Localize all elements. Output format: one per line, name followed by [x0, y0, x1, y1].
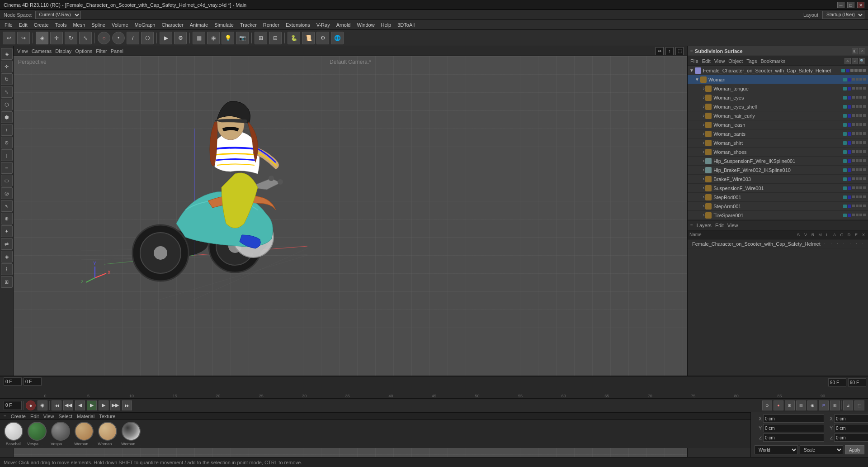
current-frame-input[interactable]	[4, 401, 22, 410]
live-select-button[interactable]: ◈	[36, 32, 48, 44]
obj-item[interactable]: › Woman_eyes	[688, 93, 868, 102]
nodespace-select[interactable]: Current (V-Ray)	[35, 11, 81, 19]
next-key-button[interactable]: ▶	[99, 400, 108, 410]
menu-animate[interactable]: Animate	[187, 21, 211, 29]
left-tool-align[interactable]: ≡	[1, 162, 13, 174]
obj-menu-object[interactable]: Object	[728, 58, 743, 64]
menu-volume[interactable]: Volume	[109, 21, 131, 29]
menu-arnold[interactable]: Arnold	[334, 21, 354, 29]
point-mode-button[interactable]: •	[112, 32, 125, 44]
obj-item[interactable]: › Hip_BrakeF_Wire002_IKSpline010	[688, 166, 868, 175]
left-tool-rotate[interactable]: ↻	[1, 73, 13, 85]
material-woman1[interactable]: Woman_...	[74, 422, 94, 446]
coord-xh-input[interactable]	[834, 415, 868, 423]
apply-button[interactable]: Apply	[845, 445, 864, 454]
poly-mode-button[interactable]: ⬡	[141, 32, 154, 44]
viewport-menu-cameras[interactable]: Cameras	[32, 48, 52, 54]
left-tool-poly[interactable]: ⬡	[1, 99, 13, 110]
mat-menu-create[interactable]: Create	[11, 414, 26, 419]
end-frame-input[interactable]	[828, 378, 846, 386]
close-button[interactable]: ✕	[857, 2, 864, 8]
move-button[interactable]: ✛	[50, 32, 63, 44]
object-mode-button[interactable]: ○	[98, 32, 110, 44]
left-tool-mirror[interactable]: ⫿	[1, 149, 13, 161]
script-button[interactable]: 📜	[302, 32, 315, 44]
mat-menu-texture[interactable]: Texture	[99, 414, 115, 419]
menu-mograph[interactable]: MoGraph	[132, 21, 158, 29]
snap-button[interactable]: ⊞	[255, 32, 267, 44]
left-tool-magnet[interactable]: ⊙	[1, 137, 13, 148]
start-frame-input[interactable]	[4, 377, 22, 386]
settings-button[interactable]: ⚙	[316, 32, 329, 44]
left-tool-bones[interactable]: ✦	[1, 225, 13, 237]
viewport-menu-filter[interactable]: Filter	[96, 48, 107, 54]
material-button[interactable]: ◉	[207, 32, 220, 44]
mat-menu-view[interactable]: View	[43, 414, 54, 419]
texture-button[interactable]: ▦	[193, 32, 205, 44]
menu-simulate[interactable]: Simulate	[212, 21, 236, 29]
lights-button[interactable]: 💡	[222, 32, 234, 44]
prev-frame-button[interactable]: ◀◀	[63, 400, 73, 410]
obj-item[interactable]: › Woman_leash	[688, 120, 868, 129]
left-tool-paint[interactable]: ⬭	[1, 175, 13, 186]
render-settings-button[interactable]: ⚙	[174, 32, 187, 44]
position-frame-input[interactable]	[24, 377, 42, 386]
obj-menu-bookmarks[interactable]: Bookmarks	[760, 58, 785, 64]
menu-vray[interactable]: V-Ray	[314, 21, 333, 29]
obj-item[interactable]: › StepRod001	[688, 193, 868, 202]
material-baseball[interactable]: Baseball	[4, 422, 24, 446]
obj-item[interactable]: › SuspensionF_Wire001	[688, 184, 868, 193]
python-button[interactable]: 🐍	[288, 32, 300, 44]
obj-item[interactable]: › Woman_shoes	[688, 148, 868, 157]
play-button[interactable]: ▶	[87, 400, 97, 410]
dot-teal[interactable]	[841, 69, 845, 72]
maximize-button[interactable]: □	[847, 2, 854, 8]
rotate-button[interactable]: ↻	[65, 32, 77, 44]
anim-btn-6[interactable]: P	[819, 400, 829, 410]
obj-root-item[interactable]: ▼ Female_Character_on_Scooter_with_Cap_S…	[688, 66, 868, 75]
menu-window[interactable]: Window	[354, 21, 377, 29]
axis-button[interactable]: ⊟	[269, 32, 282, 44]
anim-btn-9[interactable]: ⬚	[854, 400, 864, 410]
left-tool-ik[interactable]: ⇌	[1, 238, 13, 250]
menu-extensions[interactable]: Extensions	[283, 21, 313, 29]
anim-btn-2[interactable]: ●	[774, 400, 783, 410]
record-button[interactable]: ●	[26, 400, 36, 410]
left-tool-dynamics[interactable]: ◈	[1, 251, 13, 262]
anim-btn-1[interactable]: ⊙	[762, 400, 772, 410]
menu-help[interactable]: Help	[378, 21, 394, 29]
scale-button[interactable]: ⤡	[79, 32, 92, 44]
left-tool-rigging[interactable]: ⊕	[1, 213, 13, 224]
menu-spline[interactable]: Spline	[89, 21, 108, 29]
left-tool-extrude[interactable]: ⬢	[1, 111, 13, 123]
menu-create[interactable]: Create	[31, 21, 52, 29]
filter-btn-2[interactable]: ✕	[859, 48, 865, 54]
camera-button[interactable]: 📷	[236, 32, 249, 44]
obj-filter-2[interactable]: Z	[852, 58, 858, 64]
left-tool-hair[interactable]: ∿	[1, 200, 13, 212]
viewport-menu-panel[interactable]: Panel	[111, 48, 123, 54]
left-tool-field[interactable]: ⊞	[1, 276, 13, 288]
left-tool-move[interactable]: ✛	[1, 61, 13, 72]
render-view-button[interactable]: ▶	[160, 32, 172, 44]
undo-button[interactable]: ↩	[3, 32, 15, 44]
material-woman3[interactable]: Woman_...	[121, 422, 141, 446]
left-tool-select[interactable]: ◈	[1, 48, 13, 60]
layers-menu-view[interactable]: View	[727, 223, 738, 228]
obj-menu-tags[interactable]: Tags	[746, 58, 757, 64]
minimize-button[interactable]: ─	[837, 2, 844, 8]
left-tool-knife[interactable]: /	[1, 124, 13, 136]
left-tool-scale[interactable]: ⤡	[1, 86, 13, 98]
world-select[interactable]: World	[755, 445, 798, 454]
obj-filter-3[interactable]: 🔍	[859, 58, 865, 64]
fps-input[interactable]	[848, 378, 866, 386]
material-vespab[interactable]: Vespa_R...	[51, 422, 71, 446]
obj-filter-1[interactable]: A	[844, 58, 851, 64]
menu-tools[interactable]: Tools	[52, 21, 70, 29]
menu-mesh[interactable]: Mesh	[70, 21, 88, 29]
left-tool-sculpt[interactable]: ◎	[1, 187, 13, 199]
obj-item[interactable]: › Hip_SuspensionF_Wire_IKSpline001	[688, 157, 868, 166]
anim-btn-3[interactable]: ⊞	[785, 400, 795, 410]
material-vespar[interactable]: Vespa_R...	[27, 422, 47, 446]
layout-select[interactable]: Startup (User)	[822, 11, 864, 19]
